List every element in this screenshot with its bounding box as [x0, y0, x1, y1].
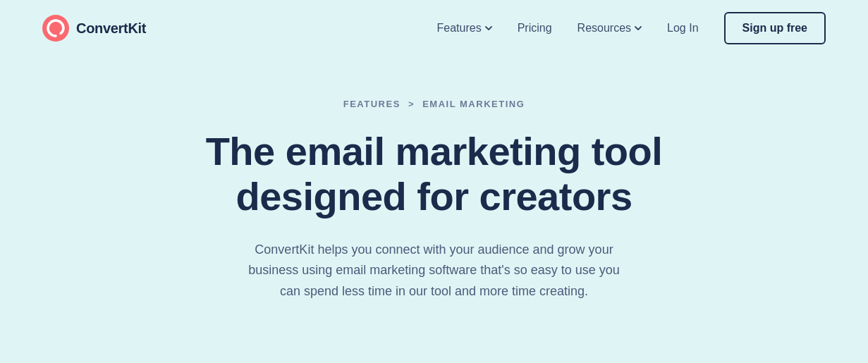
features-chevron-icon: [485, 26, 492, 30]
hero-subtitle: ConvertKit helps you connect with your a…: [237, 240, 632, 302]
hero-title: The email marketing tool designed for cr…: [195, 129, 674, 220]
svg-point-0: [42, 15, 69, 42]
breadcrumb: FEATURES > EMAIL MARKETING: [343, 99, 525, 109]
breadcrumb-features: FEATURES: [343, 99, 401, 109]
signup-button[interactable]: Sign up free: [724, 12, 826, 44]
nav-pricing[interactable]: Pricing: [518, 22, 552, 35]
convertkit-logo-icon: [42, 15, 69, 42]
nav-resources[interactable]: Resources: [577, 22, 642, 35]
logo-text: ConvertKit: [76, 20, 146, 37]
hero-section: FEATURES > EMAIL MARKETING The email mar…: [0, 56, 868, 331]
nav-features[interactable]: Features: [437, 22, 492, 35]
logo-link[interactable]: ConvertKit: [42, 15, 146, 42]
site-header: ConvertKit Features Pricing Resources Lo…: [0, 0, 868, 56]
resources-chevron-icon: [635, 26, 642, 30]
breadcrumb-email-marketing: EMAIL MARKETING: [422, 99, 525, 109]
main-nav: Features Pricing Resources Log In Sign u…: [437, 12, 826, 44]
nav-login[interactable]: Log In: [667, 22, 698, 35]
breadcrumb-separator: >: [408, 99, 415, 109]
